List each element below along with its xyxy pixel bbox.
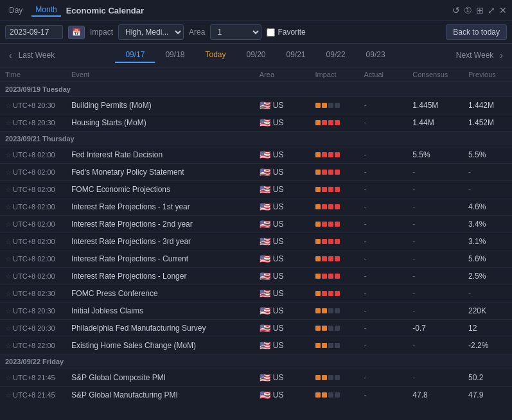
area-name: US — [273, 341, 284, 350]
date-tab-0921[interactable]: 09/21 — [276, 48, 316, 63]
impact-indicator — [315, 120, 354, 125]
star-icon: ☆ — [5, 220, 12, 228]
col-header-consensus: Consensus — [407, 67, 463, 82]
table-row[interactable]: ☆UTC+8 02:00 FOMC Economic Projections 🇺… — [0, 181, 512, 198]
event-cell: Philadelphia Fed Manufacturing Survey — [66, 320, 254, 337]
flag-cell: 🇺🇸 US — [260, 100, 305, 110]
impact-bar-3 — [328, 239, 333, 244]
previous-value: 4.6% — [468, 202, 486, 211]
impact-bar-1 — [315, 256, 321, 261]
area-cell: 🇺🇸 US — [254, 337, 310, 354]
table-row[interactable]: ☆UTC+8 02:00 Interest Rate Projections -… — [0, 198, 512, 216]
impact-bar-1 — [315, 239, 321, 244]
impact-bar-2 — [322, 187, 327, 192]
flag-icon: 🇺🇸 — [260, 184, 270, 195]
favorite-label: Favorite — [278, 28, 305, 37]
flag-cell: 🇺🇸 US — [260, 340, 305, 351]
table-row[interactable]: ☆UTC+8 20:30 Housing Starts (MoM) 🇺🇸 US … — [0, 114, 512, 132]
previous-cell: - — [463, 181, 512, 198]
actual-value: - — [364, 306, 366, 315]
impact-bar-1 — [315, 326, 321, 331]
next-week-button[interactable]: Next Week — [454, 51, 496, 60]
actual-value: - — [364, 254, 366, 263]
time-cell: ☆UTC+8 20:30 — [0, 320, 66, 337]
table-row[interactable]: ☆UTC+8 20:30 Initial Jobless Claims 🇺🇸 U… — [0, 302, 512, 320]
tab-month[interactable]: Month — [31, 4, 60, 17]
previous-value: 47.9 — [468, 390, 483, 399]
area-name: US — [273, 185, 284, 194]
date-tab-0917[interactable]: 09/17 — [115, 48, 155, 63]
calendar-icon-button[interactable]: 📅 — [68, 26, 85, 39]
impact-bar-1 — [315, 375, 321, 380]
area-name: US — [273, 272, 284, 281]
expand-icon[interactable]: ⤢ — [488, 5, 495, 15]
next-arrow[interactable]: › — [496, 50, 507, 60]
flag-cell: 🇺🇸 US — [260, 184, 305, 195]
layout-icon[interactable]: ⊞ — [476, 5, 484, 15]
info-icon[interactable]: ① — [464, 5, 472, 15]
impact-bar-3 — [328, 291, 333, 296]
impact-bar-3 — [328, 392, 333, 398]
previous-value: -2.2% — [468, 341, 488, 350]
prev-arrow[interactable]: ‹ — [5, 50, 16, 60]
impact-indicator — [315, 308, 354, 313]
date-input[interactable] — [5, 25, 63, 39]
impact-bar-2 — [322, 291, 327, 296]
previous-cell: 5.5% — [463, 146, 512, 164]
col-header-previous: Previous — [463, 67, 512, 82]
actual-value: - — [364, 150, 366, 159]
impact-indicator — [315, 187, 354, 192]
date-tab-0923[interactable]: 09/23 — [356, 48, 396, 63]
impact-bar-4 — [335, 204, 340, 209]
date-tab-0920[interactable]: 09/20 — [236, 48, 276, 63]
actual-cell: - — [358, 337, 407, 354]
table-row[interactable]: ☆UTC+8 02:00 Fed's Monetary Policy State… — [0, 164, 512, 181]
close-icon[interactable]: ✕ — [499, 5, 507, 15]
table-row[interactable]: ☆UTC+8 21:45 S&P Global Manufacturing PM… — [0, 387, 512, 401]
date-tab-0922[interactable]: 09/22 — [316, 48, 356, 63]
event-cell: Interest Rate Projections - 1st year — [66, 198, 254, 216]
star-icon: ☆ — [5, 203, 12, 211]
area-name: US — [273, 254, 284, 263]
previous-cell: - — [463, 285, 512, 302]
favorite-checkbox[interactable] — [267, 28, 275, 37]
date-tab-0918[interactable]: 09/18 — [155, 48, 195, 63]
last-week-button[interactable]: Last Week — [16, 51, 57, 60]
actual-cell: - — [358, 216, 407, 233]
table-row[interactable]: ☆UTC+8 20:30 Building Permits (MoM) 🇺🇸 U… — [0, 97, 512, 114]
consensus-value: - — [412, 272, 415, 281]
impact-bar-1 — [315, 291, 321, 296]
table-row[interactable]: ☆UTC+8 22:00 Existing Home Sales Change … — [0, 337, 512, 354]
consensus-cell: - — [407, 369, 463, 387]
consensus-cell: 47.8 — [407, 387, 463, 401]
refresh-icon[interactable]: ↺ — [452, 5, 460, 15]
table-row[interactable]: ☆UTC+8 02:30 FOMC Press Conference 🇺🇸 US… — [0, 285, 512, 302]
flag-icon: 🇺🇸 — [260, 390, 270, 400]
table-row[interactable]: ☆UTC+8 02:00 Interest Rate Projections -… — [0, 233, 512, 250]
flag-cell: 🇺🇸 US — [260, 323, 305, 333]
favorite-checkbox-label[interactable]: Favorite — [267, 28, 305, 37]
table-row[interactable]: ☆UTC+8 21:45 S&P Global Composite PMI 🇺🇸… — [0, 369, 512, 387]
star-icon: ☆ — [5, 255, 12, 263]
area-select[interactable]: 1 All — [210, 24, 261, 40]
event-cell: S&P Global Manufacturing PMI — [66, 387, 254, 401]
tab-day[interactable]: Day — [5, 4, 26, 16]
table-row[interactable]: ☆UTC+8 02:00 Interest Rate Projections -… — [0, 268, 512, 285]
back-to-today-button[interactable]: Back to today — [446, 24, 507, 40]
date-tab-today[interactable]: Today — [195, 48, 236, 63]
impact-cell — [310, 268, 359, 285]
table-row[interactable]: ☆UTC+8 02:00 Interest Rate Projections -… — [0, 216, 512, 233]
consensus-value: - — [412, 254, 415, 263]
impact-cell — [310, 337, 359, 354]
impact-bar-2 — [322, 222, 327, 227]
impact-cell — [310, 181, 359, 198]
consensus-value: - — [412, 220, 415, 229]
previous-value: 5.5% — [468, 150, 486, 159]
impact-select[interactable]: High, Medi... High Medium Low — [118, 24, 184, 40]
previous-value: 12 — [468, 324, 477, 333]
table-row[interactable]: ☆UTC+8 20:30 Philadelphia Fed Manufactur… — [0, 320, 512, 337]
table-row[interactable]: ☆UTC+8 02:00 Interest Rate Projections -… — [0, 250, 512, 268]
impact-bar-4 — [335, 187, 340, 192]
table-row[interactable]: ☆UTC+8 02:00 Fed Interest Rate Decision … — [0, 146, 512, 164]
impact-bar-1 — [315, 152, 321, 157]
